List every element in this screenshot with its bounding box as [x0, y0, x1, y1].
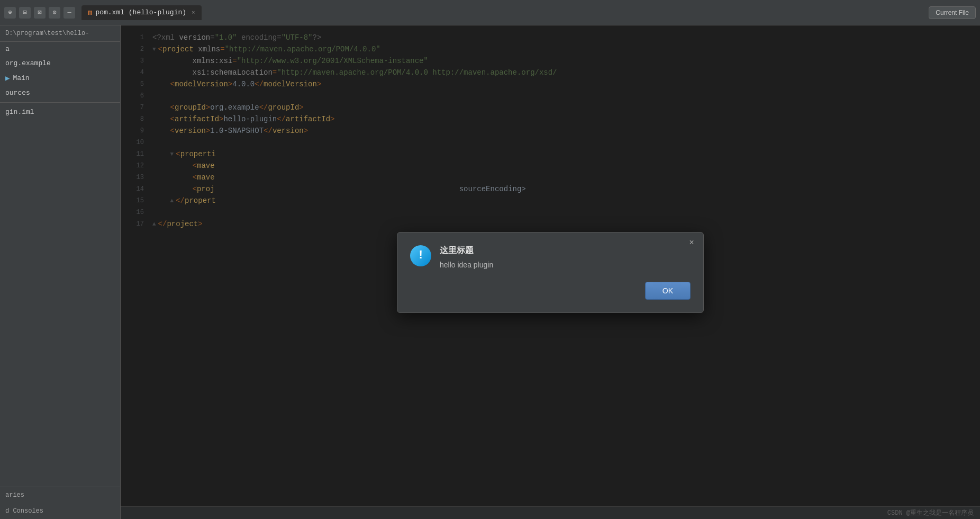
sidebar-item-label-consoles: d Consoles	[5, 507, 43, 515]
sidebar-item-sources[interactable]: ources	[0, 86, 120, 100]
file-tab[interactable]: m pom.xml (hello-plugin) ×	[81, 5, 202, 20]
sidebar-item-label-lib: aries	[5, 491, 24, 499]
dialog: × ! 这里标题 hello idea plugin OK	[397, 232, 704, 313]
title-bar: ⊕ ⊟ ⊠ ⚙ — m pom.xml (hello-plugin) × Cur…	[0, 0, 980, 25]
sidebar-item-label-iml: gin.iml	[5, 108, 34, 116]
dialog-text: 这里标题 hello idea plugin	[440, 245, 691, 269]
sidebar-item-label-org: org.example	[5, 59, 51, 67]
current-file-button[interactable]: Current File	[929, 6, 976, 19]
dialog-close-button[interactable]: ×	[686, 238, 697, 248]
expand-icon[interactable]: ⊠	[34, 7, 46, 19]
tab-maven-icon: m	[88, 8, 92, 17]
dialog-info-icon: !	[410, 245, 431, 266]
minimize-icon[interactable]: —	[63, 7, 75, 19]
dialog-footer: OK	[410, 282, 691, 300]
sidebar-item-consoles[interactable]: d Consoles	[0, 503, 120, 519]
sidebar-item-org-example[interactable]: org.example	[0, 56, 120, 70]
main-layout: D:\program\test\hello- a org.example ▶ M…	[0, 25, 980, 519]
dialog-body: ! 这里标题 hello idea plugin	[410, 245, 691, 269]
dialog-overlay: × ! 这里标题 hello idea plugin OK	[121, 25, 980, 519]
window-controls: ⊕ ⊟ ⊠ ⚙ —	[4, 7, 75, 19]
sidebar-bottom: aries d Consoles	[0, 487, 120, 519]
settings-icon[interactable]: ⚙	[49, 7, 60, 19]
sidebar-item-libraries[interactable]: aries	[0, 487, 120, 503]
dialog-message: hello idea plugin	[440, 261, 691, 269]
sidebar-item-label-a: a	[5, 45, 10, 53]
sidebar: D:\program\test\hello- a org.example ▶ M…	[0, 25, 121, 519]
dialog-title: 这里标题	[440, 245, 691, 256]
sidebar-item-a[interactable]: a	[0, 42, 120, 56]
tab-close-icon[interactable]: ×	[192, 10, 195, 16]
tab-label: pom.xml (hello-plugin)	[95, 8, 186, 16]
editor-area: 1 2 3 4 5 6 7 8 9 10 11 12 13 14 15 16 1…	[121, 25, 980, 519]
sidebar-path: D:\program\test\hello-	[0, 25, 120, 42]
sidebar-item-label-main: Main	[13, 74, 29, 82]
navigate-icon[interactable]: ⊕	[4, 7, 16, 19]
sidebar-item-label-sources: ources	[5, 89, 30, 97]
title-bar-right: Current File	[929, 6, 976, 19]
collapse-icon[interactable]: ⊟	[19, 7, 31, 19]
sidebar-item-main[interactable]: ▶ Main	[0, 70, 120, 86]
sidebar-item-iml[interactable]: gin.iml	[0, 105, 120, 119]
sidebar-separator	[0, 102, 120, 103]
dialog-ok-button[interactable]: OK	[645, 282, 691, 300]
run-icon: ▶	[5, 74, 10, 83]
